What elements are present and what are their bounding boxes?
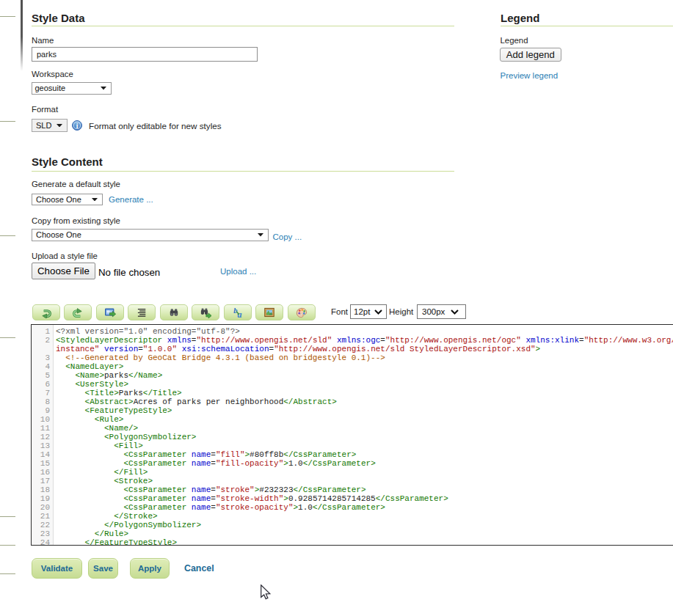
svg-text:i: i	[76, 122, 79, 130]
